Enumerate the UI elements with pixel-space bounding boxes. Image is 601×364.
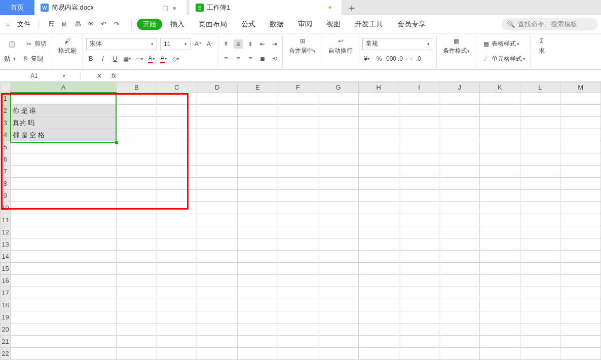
table-style-button[interactable]: ▦表格样式▾: [479, 38, 521, 50]
cell[interactable]: [238, 117, 278, 129]
col-header-F[interactable]: F: [278, 83, 318, 93]
cell[interactable]: [318, 336, 359, 348]
menu-layout[interactable]: 页面布局: [193, 20, 233, 29]
row-header[interactable]: 18: [1, 299, 11, 311]
cell[interactable]: [479, 263, 520, 275]
cell[interactable]: [238, 105, 278, 117]
cell[interactable]: [197, 129, 238, 141]
cell[interactable]: [439, 348, 480, 360]
cell[interactable]: [238, 166, 278, 178]
cell[interactable]: [560, 129, 601, 141]
format-brush-button[interactable]: 🖌 格式刷: [55, 36, 80, 55]
cell[interactable]: [358, 117, 399, 129]
cell[interactable]: [117, 105, 157, 117]
cell[interactable]: [399, 105, 439, 117]
cell[interactable]: [318, 190, 359, 202]
cell[interactable]: [117, 323, 157, 336]
cell[interactable]: [238, 214, 278, 226]
cell[interactable]: [278, 105, 318, 117]
cell[interactable]: [10, 141, 116, 153]
cell[interactable]: [439, 336, 480, 348]
menu-vip[interactable]: 会员专享: [391, 20, 432, 29]
cell[interactable]: [520, 238, 560, 251]
tab-sheet[interactable]: S 工作簿1 •: [190, 0, 342, 15]
cell[interactable]: [157, 141, 197, 153]
cell[interactable]: [197, 105, 238, 117]
cell[interactable]: [10, 263, 116, 275]
cell[interactable]: [560, 117, 601, 129]
cell[interactable]: [358, 105, 399, 117]
preview-icon[interactable]: 👁: [88, 20, 96, 28]
cell[interactable]: [117, 190, 157, 202]
border-button[interactable]: ▦▾: [123, 54, 132, 63]
cell[interactable]: [358, 323, 399, 336]
menu-hamburger-icon[interactable]: ≡: [3, 20, 12, 28]
cell[interactable]: [197, 166, 238, 178]
cell[interactable]: [439, 299, 480, 311]
currency-icon[interactable]: ¥▾: [362, 54, 371, 63]
cell[interactable]: [318, 275, 359, 287]
row-header[interactable]: 14: [1, 251, 11, 263]
cell[interactable]: [399, 214, 439, 226]
cell[interactable]: [157, 275, 197, 287]
cell[interactable]: [399, 226, 439, 238]
cell[interactable]: [439, 153, 480, 166]
dec-dec-icon[interactable]: ←.0: [411, 54, 420, 63]
cell[interactable]: [399, 348, 439, 360]
cell[interactable]: [238, 226, 278, 238]
cell[interactable]: [117, 336, 157, 348]
cell[interactable]: [560, 238, 601, 251]
cell[interactable]: [399, 129, 439, 141]
cell[interactable]: [10, 348, 116, 360]
col-header-A[interactable]: A: [10, 83, 116, 93]
cell[interactable]: [479, 311, 520, 323]
cell[interactable]: [117, 275, 157, 287]
cell-style-button[interactable]: ☄单元格样式▾: [479, 53, 528, 64]
menu-formula[interactable]: 公式: [235, 20, 261, 29]
cell[interactable]: [278, 275, 318, 287]
cut-button[interactable]: ✂剪切: [22, 38, 49, 50]
cell[interactable]: [358, 275, 399, 287]
cell[interactable]: [157, 238, 197, 251]
cell[interactable]: [238, 202, 278, 214]
cell[interactable]: [520, 275, 560, 287]
cell[interactable]: [479, 226, 520, 238]
cell[interactable]: [10, 202, 116, 214]
menu-file[interactable]: 文件: [14, 20, 33, 29]
menu-start[interactable]: 开始: [137, 19, 162, 30]
cell[interactable]: [238, 275, 278, 287]
cell[interactable]: [399, 141, 439, 153]
cell[interactable]: [238, 299, 278, 311]
cell[interactable]: [520, 202, 560, 214]
cell[interactable]: [117, 153, 157, 166]
cell[interactable]: [197, 287, 238, 299]
cell[interactable]: [318, 348, 359, 360]
cell[interactable]: [117, 251, 157, 263]
col-header-H[interactable]: H: [358, 83, 399, 93]
align-right-icon[interactable]: ≡: [246, 54, 255, 63]
cell[interactable]: [479, 93, 520, 105]
cell[interactable]: [197, 348, 238, 360]
cell[interactable]: [157, 287, 197, 299]
cell[interactable]: [520, 129, 560, 141]
cell[interactable]: [520, 166, 560, 178]
cell[interactable]: [157, 323, 197, 336]
cell[interactable]: [318, 238, 359, 251]
menu-data[interactable]: 数据: [264, 20, 290, 29]
underline-button[interactable]: U: [110, 54, 120, 63]
cell[interactable]: [278, 287, 318, 299]
cell[interactable]: [157, 93, 197, 105]
cell[interactable]: [520, 336, 560, 348]
cell[interactable]: [358, 178, 399, 190]
sum-button[interactable]: Σ 求: [534, 36, 549, 55]
cell[interactable]: [117, 311, 157, 323]
cell[interactable]: [560, 299, 601, 311]
cell[interactable]: [520, 251, 560, 263]
col-header-E[interactable]: E: [238, 83, 278, 93]
align-justify-icon[interactable]: ≣: [258, 54, 267, 63]
cell[interactable]: [560, 141, 601, 153]
row-header[interactable]: 15: [1, 263, 11, 275]
cell[interactable]: [278, 166, 318, 178]
cell[interactable]: [238, 153, 278, 166]
cell[interactable]: [399, 153, 439, 166]
